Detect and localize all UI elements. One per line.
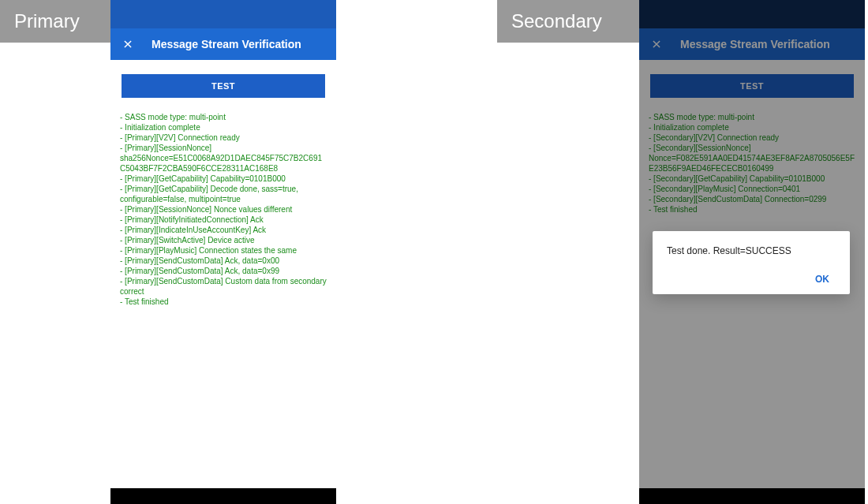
primary-content: TEST - SASS mode type: multi-point - Ini… <box>110 60 336 488</box>
log-line: - SASS mode type: multi-point <box>120 112 327 122</box>
log-line: - [Primary][SendCustomData] Ack, data=0x… <box>120 256 327 266</box>
close-icon[interactable] <box>122 38 134 50</box>
secondary-navbar <box>639 488 865 504</box>
log-line: - [Primary][SwitchActive] Device active <box>120 235 327 245</box>
primary-log: - SASS mode type: multi-point - Initiali… <box>118 112 328 307</box>
primary-appbar: Message Stream Verification <box>110 28 336 60</box>
log-line: - [Primary][IndicateInUseAccountKey] Ack <box>120 225 327 235</box>
test-button[interactable]: TEST <box>122 74 325 98</box>
log-line: - [Secondary][PlayMusic] Connection=0401 <box>649 184 855 194</box>
secondary-statusbar <box>639 0 865 28</box>
close-icon[interactable] <box>650 38 663 50</box>
log-line: - SASS mode type: multi-point <box>649 112 855 122</box>
log-line: - [Primary][SendCustomData] Ack, data=0x… <box>120 266 327 276</box>
appbar-title: Message Stream Verification <box>680 38 830 50</box>
log-line: - [Primary][V2V] Connection ready <box>120 133 327 143</box>
secondary-log: - SASS mode type: multi-point - Initiali… <box>647 112 857 215</box>
log-line: - Test finished <box>649 204 855 215</box>
log-line: - [Secondary][V2V] Connection ready <box>649 133 855 143</box>
log-line: - [Secondary][GetCapability] Capability=… <box>649 174 855 184</box>
log-line: - [Primary][SessionNonce] Nonce values d… <box>120 204 327 215</box>
log-line: - [Secondary][SendCustomData] Connection… <box>649 194 855 204</box>
dialog-message: Test done. Result=SUCCESS <box>667 245 836 256</box>
log-line: - [Primary][GetCapability] Capability=01… <box>120 174 327 184</box>
ok-button[interactable]: OK <box>809 271 836 288</box>
test-button[interactable]: TEST <box>650 74 854 98</box>
log-line: - [Primary][NotifyInitiatedConnection] A… <box>120 215 327 225</box>
log-line: - Initialization complete <box>120 122 327 133</box>
log-line: - [Secondary][SessionNonce] Nonce=F082E5… <box>649 143 855 174</box>
log-line: - Test finished <box>120 297 327 307</box>
log-line: - [Primary][SendCustomData] Custom data … <box>120 276 327 297</box>
log-line: - [Primary][GetCapability] Decode done, … <box>120 184 327 204</box>
result-dialog: Test done. Result=SUCCESS OK <box>653 231 850 294</box>
appbar-title: Message Stream Verification <box>152 38 301 50</box>
primary-statusbar <box>110 0 336 28</box>
log-line: - Initialization complete <box>649 122 855 133</box>
secondary-appbar: Message Stream Verification <box>639 28 865 60</box>
primary-phone: Message Stream Verification TEST - SASS … <box>110 0 336 504</box>
log-line: - [Primary][SessionNonce] sha256Nonce=E5… <box>120 143 327 174</box>
primary-badge: Primary <box>0 0 110 43</box>
log-line: - [Primary][PlayMusic] Connection states… <box>120 245 327 256</box>
primary-navbar <box>110 488 336 504</box>
secondary-badge: Secondary <box>497 0 639 43</box>
